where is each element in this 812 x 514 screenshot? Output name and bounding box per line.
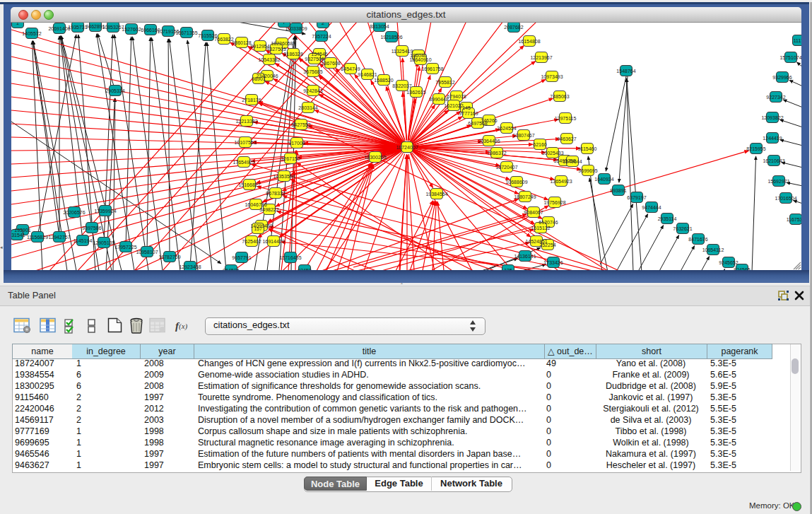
- svg-text:(x): (x): [179, 322, 188, 331]
